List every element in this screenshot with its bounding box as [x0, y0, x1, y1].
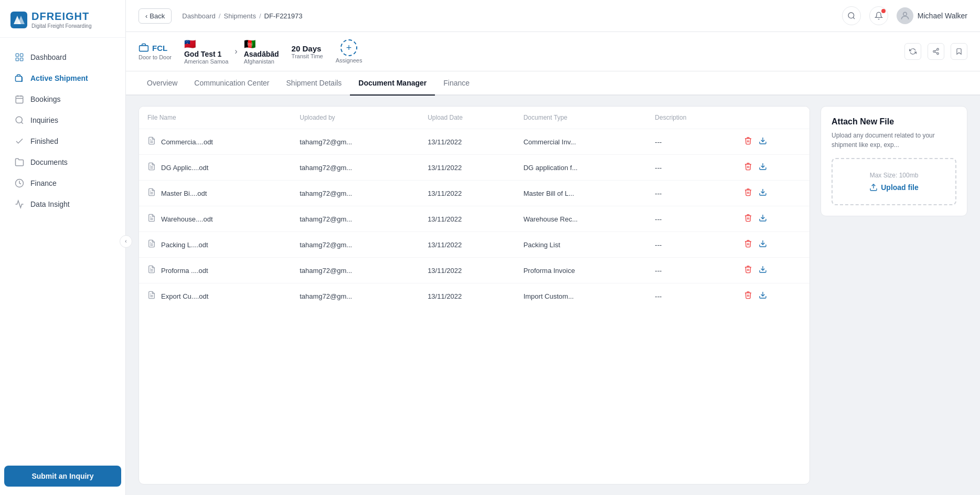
- upload-zone[interactable]: Max Size: 100mb Upload file: [832, 158, 956, 205]
- svg-rect-4: [20, 54, 23, 56]
- svg-point-14: [937, 48, 939, 50]
- transit-info: 20 Days Transit Time: [292, 44, 323, 59]
- attach-title: Attach New File: [832, 117, 956, 127]
- tab-document-manager[interactable]: Document Manager: [350, 71, 435, 96]
- documents-label: Documents: [30, 158, 68, 166]
- shipment-icon: [15, 73, 24, 83]
- download-button-1[interactable]: [759, 162, 767, 173]
- sidebar-item-documents[interactable]: Documents: [4, 152, 121, 172]
- date-cell-5: 13/11/2022: [419, 258, 515, 283]
- add-assignee-button[interactable]: +: [340, 39, 357, 56]
- breadcrumb-sep-2: /: [259, 12, 261, 20]
- file-name-cell-6: Export Cu....odt: [139, 283, 291, 309]
- bookmark-button[interactable]: [951, 43, 967, 60]
- content-area: File Name Uploaded by Upload Date Docume…: [126, 96, 980, 495]
- document-table-wrapper: File Name Uploaded by Upload Date Docume…: [139, 106, 810, 485]
- actions-cell-1: [736, 155, 809, 181]
- download-button-2[interactable]: [759, 188, 767, 198]
- actions-cell-3: [736, 206, 809, 232]
- uploader-cell-4: tahamg72@gm...: [291, 232, 419, 258]
- submit-inquiry-button[interactable]: Submit an Inquiry: [4, 466, 121, 487]
- tab-communication-center[interactable]: Communication Center: [186, 71, 278, 96]
- upload-file-button[interactable]: Upload file: [869, 183, 919, 192]
- dest-flag: 🇦🇫: [244, 38, 255, 50]
- fcl-badge: FCL Door to Door: [139, 43, 172, 60]
- route-arrow-icon: ›: [235, 47, 237, 56]
- sidebar-item-inquiries[interactable]: Inquiries: [4, 110, 121, 130]
- desc-cell-6: ---: [646, 283, 736, 309]
- tab-shipment-details[interactable]: Shipment Details: [278, 71, 350, 96]
- file-doc-icon: [147, 214, 156, 224]
- download-button-6[interactable]: [759, 291, 767, 301]
- bookings-label: Bookings: [30, 95, 61, 103]
- tab-finance[interactable]: Finance: [435, 71, 478, 96]
- file-name: Proforma ....odt: [161, 267, 208, 275]
- doc-type-cell-0: Commercial Inv...: [515, 129, 647, 155]
- notifications-button[interactable]: [869, 6, 888, 25]
- file-doc-icon: [147, 136, 156, 147]
- actions-cell-4: [736, 232, 809, 258]
- sidebar-item-finished[interactable]: Finished: [4, 131, 121, 151]
- svg-point-15: [933, 50, 935, 52]
- svg-rect-3: [16, 54, 18, 56]
- sidebar-item-finance[interactable]: Finance: [4, 173, 121, 193]
- file-doc-icon: [147, 188, 156, 198]
- delete-button-5[interactable]: [744, 265, 752, 276]
- sidebar-item-active-shipment[interactable]: Active Shipment: [4, 68, 121, 88]
- back-button[interactable]: ‹ Back: [139, 8, 172, 24]
- table-row: Export Cu....odt tahamg72@gm... 13/11/20…: [139, 283, 809, 309]
- dashboard-label: Dashboard: [30, 53, 67, 61]
- actions-cell-5: [736, 258, 809, 283]
- upload-icon: [869, 183, 878, 192]
- svg-rect-7: [16, 76, 22, 81]
- breadcrumb-current: DF-F221973: [264, 12, 303, 20]
- delete-button-6[interactable]: [744, 291, 752, 301]
- sidebar-item-data-insight[interactable]: Data Insight: [4, 194, 121, 214]
- delete-button-3[interactable]: [744, 214, 752, 224]
- inquiries-icon: [15, 115, 24, 125]
- sidebar-collapse-button[interactable]: ‹: [120, 235, 132, 248]
- refresh-button[interactable]: [904, 43, 921, 60]
- date-cell-3: 13/11/2022: [419, 206, 515, 232]
- svg-rect-5: [16, 58, 18, 61]
- download-button-5[interactable]: [759, 265, 767, 276]
- file-name-cell-0: Commercia....odt: [139, 129, 291, 155]
- file-name: DG Applic....odt: [161, 164, 208, 172]
- active-shipment-label: Active Shipment: [30, 74, 88, 82]
- shipment-bar: FCL Door to Door 🇼🇸 God Test 1 American …: [126, 32, 980, 71]
- file-name-cell-5: Proforma ....odt: [139, 258, 291, 283]
- origin-country: American Samoa: [184, 58, 228, 65]
- tab-overview[interactable]: Overview: [139, 71, 186, 96]
- sidebar-item-dashboard[interactable]: Dashboard: [4, 47, 121, 67]
- delete-button-0[interactable]: [744, 136, 752, 147]
- notification-badge: [881, 9, 886, 13]
- breadcrumb-shipments[interactable]: Shipments: [223, 12, 255, 20]
- assignees-label: Assignees: [336, 57, 363, 64]
- delete-button-4[interactable]: [744, 239, 752, 250]
- breadcrumb-dashboard[interactable]: Dashboard: [182, 12, 216, 20]
- download-button-0[interactable]: [759, 136, 767, 147]
- search-button[interactable]: [842, 6, 861, 25]
- bookmark-icon: [955, 48, 963, 55]
- share-button[interactable]: [928, 43, 944, 60]
- file-doc-icon: [147, 265, 156, 276]
- actions-cell-2: [736, 181, 809, 206]
- sidebar: DFREIGHT Digital Freight Forwarding Dash…: [0, 0, 126, 495]
- delete-button-1[interactable]: [744, 162, 752, 173]
- delete-button-2[interactable]: [744, 188, 752, 198]
- table-row: Commercia....odt tahamg72@gm... 13/11/20…: [139, 129, 809, 155]
- download-button-3[interactable]: [759, 214, 767, 224]
- svg-rect-6: [20, 58, 23, 61]
- origin-location: 🇼🇸 God Test 1 American Samoa: [184, 38, 228, 65]
- dest-name: Asadābād: [244, 50, 279, 58]
- share-icon: [932, 48, 940, 55]
- inquiries-label: Inquiries: [30, 116, 58, 124]
- logo-sub: Digital Freight Forwarding: [31, 23, 92, 29]
- finished-label: Finished: [30, 137, 58, 145]
- sidebar-item-bookings[interactable]: Bookings: [4, 89, 121, 109]
- data-insight-icon: [15, 199, 24, 209]
- file-doc-icon: [147, 162, 156, 173]
- user-menu[interactable]: Michael Walker: [897, 7, 967, 24]
- fcl-type: FCL: [152, 44, 167, 52]
- download-button-4[interactable]: [759, 239, 767, 250]
